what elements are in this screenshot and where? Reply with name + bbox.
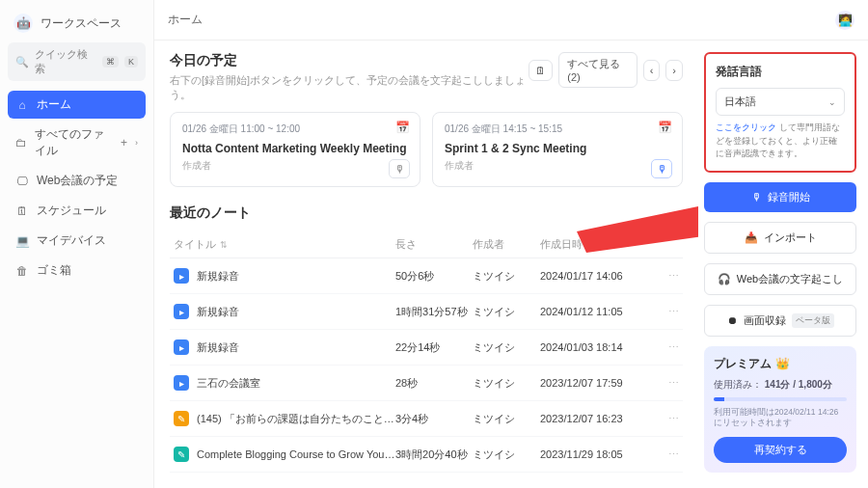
card-title: Sprint 1 & 2 Sync Meeting (445, 142, 670, 155)
workspace-label: ワークスペース (41, 15, 122, 32)
workspace-avatar-icon: 🤖 (14, 14, 33, 33)
premium-usage-bar (714, 397, 847, 401)
table-row[interactable]: ▸三石の会議室28秒ミツイシ2023/12/07 17:59⋯ (170, 366, 683, 401)
row-menu-button[interactable]: ⋯ (656, 341, 679, 354)
beta-badge: ベータ版 (792, 313, 834, 328)
card-author-label: 作成者 (445, 159, 670, 173)
nav: ⌂ ホーム 🗀 すべてのファイル + › 🖵 Web会議の予定 🗓 スケジュール… (8, 91, 146, 285)
row-menu-button[interactable]: ⋯ (656, 377, 679, 390)
note-author: ミツイシ (473, 269, 540, 284)
note-date: 2023/12/07 17:59 (540, 377, 656, 389)
table-row[interactable]: ✎(145) 「お前らの課題は自分たちのことばかり...3分4秒ミツイシ2023… (170, 401, 683, 437)
start-recording-button[interactable]: 🎙 録音開始 (704, 182, 856, 212)
import-button[interactable]: 📥 インポート (704, 222, 856, 254)
user-avatar-icon[interactable]: 🧑‍💻 (835, 11, 854, 30)
language-box: 発話言語 日本語 ⌄ ここをクリック して専門用語などを登録しておくと、より正確… (704, 52, 856, 173)
transcribe-label: Web会議の文字起こし (737, 272, 843, 286)
import-label: インポート (764, 230, 817, 245)
row-menu-button[interactable]: ⋯ (656, 270, 679, 283)
note-length: 1時間31分57秒 (395, 305, 473, 319)
note-name: 新規録音 (197, 305, 395, 319)
notes-table-header: タイトル⇅ 長さ 作成者 作成日時↓ (170, 231, 683, 258)
search-placeholder: クイック検索 (35, 47, 91, 76)
premium-title: プレミアム👑 (714, 356, 847, 372)
monitor-icon: 🖵 (15, 175, 29, 188)
schedule-heading: 今日の予定 (170, 52, 529, 69)
shortcut-key-k: K (124, 56, 138, 68)
premium-used-label: 使用済み： (714, 379, 762, 390)
language-tip-link[interactable]: ここをクリック (716, 122, 776, 132)
col-date[interactable]: 作成日時↓ (540, 237, 656, 252)
language-heading: 発話言語 (716, 64, 845, 80)
center-column: 今日の予定 右下の[録音開始]ボタンをクリックして、予定の会議を文字起こししまし… (154, 41, 698, 488)
note-author: ミツイシ (473, 447, 540, 462)
folder-icon: 🗀 (15, 136, 27, 149)
schedule-header-row: 今日の予定 右下の[録音開始]ボタンをクリックして、予定の会議を文字起こししまし… (170, 52, 683, 102)
nav-trash[interactable]: 🗑 ゴミ箱 (8, 257, 146, 285)
schedule-prev-button[interactable]: ‹ (643, 60, 661, 81)
note-author: ミツイシ (473, 340, 540, 355)
nav-schedule[interactable]: 🗓 スケジュール (8, 197, 146, 225)
page-title: ホーム (168, 12, 203, 28)
language-select[interactable]: 日本語 ⌄ (716, 88, 845, 116)
premium-renew-button[interactable]: 再契約する (714, 437, 847, 463)
note-type-icon: ▸ (174, 375, 189, 391)
recent-notes: 最近のノート タイトル⇅ 長さ 作成者 作成日時↓ ▸新規録音50分6秒ミツイシ… (170, 204, 683, 473)
transcribe-meeting-button[interactable]: 🎧 Web会議の文字起こし (704, 263, 856, 295)
table-row[interactable]: ✎Complete Blogging Course to Grow Your..… (170, 437, 683, 473)
nav-web-meetings[interactable]: 🖵 Web会議の予定 (8, 167, 146, 195)
device-icon: 💻 (15, 234, 29, 248)
note-type-icon: ▸ (174, 339, 189, 355)
trash-icon: 🗑 (15, 264, 29, 278)
screen-record-button[interactable]: ⏺ 画面収録 ベータ版 (704, 305, 856, 337)
card-time: 01/26 金曜日 11:00 ~ 12:00 (182, 122, 408, 136)
table-row[interactable]: ▸新規録音50分6秒ミツイシ2024/01/17 14:06⋯ (170, 258, 683, 294)
note-length: 50分6秒 (395, 269, 473, 284)
table-row[interactable]: ▸新規録音1時間31分57秒ミツイシ2024/01/12 11:05⋯ (170, 294, 683, 330)
quick-search[interactable]: 🔍 クイック検索 ⌘ K (8, 42, 146, 81)
note-author: ミツイシ (473, 305, 540, 319)
card-record-button[interactable]: 🎙 (651, 159, 672, 178)
start-recording-label: 録音開始 (768, 190, 810, 204)
gcal-icon: 📅 (658, 121, 672, 134)
sort-down-icon: ↓ (586, 240, 591, 250)
search-icon: 🔍 (15, 56, 29, 68)
workspace-switcher[interactable]: 🤖 ワークスペース (8, 10, 146, 37)
table-row[interactable]: ▸新規録音22分14秒ミツイシ2024/01/03 18:14⋯ (170, 330, 683, 366)
note-author: ミツイシ (473, 376, 540, 391)
sidebar: 🤖 ワークスペース 🔍 クイック検索 ⌘ K ⌂ ホーム 🗀 すべてのファイル … (0, 0, 154, 488)
nav-all-files[interactable]: 🗀 すべてのファイル + › (8, 121, 146, 165)
col-title[interactable]: タイトル⇅ (174, 237, 395, 252)
chevron-right-icon: › (135, 138, 138, 148)
nav-schedule-label: スケジュール (37, 203, 106, 219)
nav-my-device[interactable]: 💻 マイデバイス (8, 227, 146, 255)
schedule-card[interactable]: 01/26 金曜日 14:15 ~ 15:15 📅 Sprint 1 & 2 S… (432, 112, 683, 187)
row-menu-button[interactable]: ⋯ (656, 413, 679, 425)
note-date: 2023/12/07 16:23 (540, 413, 656, 424)
nav-all-files-label: すべてのファイル (35, 126, 113, 159)
card-record-button[interactable]: 🎙 (389, 159, 410, 178)
premium-panel: プレミアム👑 使用済み： 141分 / 1,800分 利用可能時間は2024/0… (704, 346, 856, 474)
chevron-down-icon: ⌄ (828, 97, 836, 107)
card-title: Notta Content Marketing Weekly Meeting (182, 142, 408, 155)
topbar: ホーム 🧑‍💻 (154, 0, 868, 41)
note-type-icon: ▸ (174, 304, 189, 319)
card-author-label: 作成者 (182, 159, 408, 173)
nav-home[interactable]: ⌂ ホーム (8, 91, 146, 119)
schedule-subtext: 右下の[録音開始]ボタンをクリックして、予定の会議を文字起こししましょう。 (170, 73, 529, 102)
row-menu-button[interactable]: ⋯ (656, 306, 679, 318)
col-author: 作成者 (473, 237, 540, 252)
note-name: 新規録音 (197, 340, 395, 355)
note-length: 3分4秒 (395, 412, 473, 426)
schedule-next-button[interactable]: › (665, 60, 683, 81)
calendar-button[interactable]: 🗓 (529, 60, 553, 81)
row-menu-button[interactable]: ⋯ (656, 448, 679, 461)
schedule-card[interactable]: 01/26 金曜日 11:00 ~ 12:00 📅 Notta Content … (170, 112, 420, 187)
mic-icon: 🎙 (657, 163, 667, 175)
note-date: 2024/01/03 18:14 (540, 341, 656, 353)
note-author: ミツイシ (473, 412, 540, 426)
view-all-button[interactable]: すべて見る (2) (558, 52, 637, 88)
premium-used-value: 141分 / 1,800分 (765, 379, 832, 390)
note-length: 28秒 (395, 376, 473, 391)
add-folder-icon[interactable]: + (121, 136, 127, 149)
